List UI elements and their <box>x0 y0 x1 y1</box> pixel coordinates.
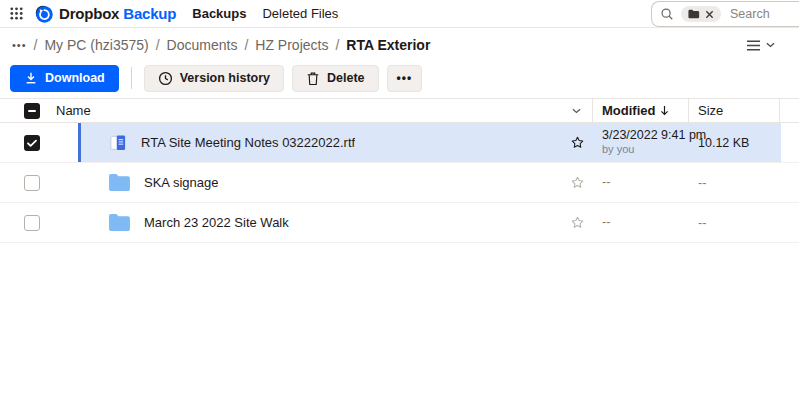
breadcrumb-current: RTA Exterior <box>346 37 430 53</box>
table-row[interactable]: RTA Site Meeting Notes 03222022.rtf 3/23… <box>0 123 799 163</box>
breadcrumb-overflow[interactable]: ••• <box>12 39 27 51</box>
breadcrumb-bar: ••• / My PC (hzi3575) / Documents / HZ P… <box>0 30 799 60</box>
modified-by: by you <box>602 143 689 157</box>
modified-cell: -- <box>593 175 689 191</box>
search-icon <box>660 7 674 21</box>
list-view-icon <box>746 39 761 52</box>
download-label: Download <box>45 71 105 85</box>
star-cell <box>561 134 593 151</box>
name-cell: March 23 2022 Site Walk <box>78 213 561 232</box>
table-header: Name Modified Size <box>0 98 799 123</box>
star-icon[interactable] <box>569 214 586 231</box>
dropbox-backup-logo-icon <box>35 5 53 23</box>
apps-grid-icon[interactable] <box>10 7 23 20</box>
more-actions-button[interactable]: ••• <box>387 65 423 92</box>
table-row[interactable]: SKA signage -- -- <box>0 163 799 203</box>
breadcrumb-separator: / <box>244 37 248 53</box>
star-cell <box>561 214 593 231</box>
size-cell: -- <box>689 176 781 190</box>
modified-date: 3/23/2022 9:41 pm <box>602 128 689 144</box>
breadcrumb-item-documents[interactable]: Documents <box>167 37 238 53</box>
file-table: Name Modified Size <box>0 98 799 243</box>
modified-cell: 3/23/2022 9:41 pm by you <box>593 128 689 157</box>
chevron-down-icon[interactable] <box>560 108 592 114</box>
name-cell: SKA signage <box>78 173 561 192</box>
breadcrumb-separator: / <box>156 37 160 53</box>
select-all-checkbox[interactable] <box>24 103 40 119</box>
search-filter-chip[interactable] <box>681 6 721 22</box>
table-row[interactable]: March 23 2022 Site Walk -- -- <box>0 203 799 243</box>
breadcrumb-item-hz-projects[interactable]: HZ Projects <box>255 37 328 53</box>
clear-filter-icon[interactable] <box>705 10 714 19</box>
size-cell: -- <box>689 216 781 230</box>
dropbox-backup-app: Dropbox Backup Backups Deleted Files <box>0 0 799 412</box>
version-history-button[interactable]: Version history <box>144 65 284 92</box>
nav-backups[interactable]: Backups <box>192 6 246 21</box>
chevron-down-icon <box>766 42 775 48</box>
clock-icon <box>158 71 173 86</box>
folder-icon <box>108 173 131 192</box>
row-checkbox-unchecked[interactable] <box>24 175 40 191</box>
breadcrumb-separator: / <box>34 37 38 53</box>
breadcrumb: ••• / My PC (hzi3575) / Documents / HZ P… <box>12 37 430 53</box>
document-icon <box>108 133 128 153</box>
row-content: March 23 2022 Site Walk -- -- <box>78 203 781 242</box>
top-nav: Backups Deleted Files <box>192 6 338 21</box>
modified-date: -- <box>602 175 689 191</box>
file-name[interactable]: RTA Site Meeting Notes 03222022.rtf <box>141 135 355 150</box>
column-header-size[interactable]: Size <box>688 99 780 122</box>
top-bar: Dropbox Backup Backups Deleted Files <box>0 0 799 28</box>
row-checkbox-checked[interactable] <box>24 135 40 151</box>
row-content: SKA signage -- -- <box>78 163 781 202</box>
column-header-name[interactable]: Name <box>56 103 560 118</box>
modified-date: -- <box>602 215 689 231</box>
folder-name[interactable]: SKA signage <box>144 175 218 190</box>
modified-label: Modified <box>602 103 655 118</box>
breadcrumb-separator: / <box>335 37 339 53</box>
sort-descending-icon <box>660 105 669 116</box>
brand-home-link[interactable]: Dropbox Backup <box>35 5 176 23</box>
folder-icon <box>108 213 131 232</box>
delete-button[interactable]: Delete <box>292 65 379 92</box>
search-box[interactable] <box>651 1 799 27</box>
star-icon[interactable] <box>569 134 586 151</box>
view-switcher[interactable] <box>746 39 775 52</box>
download-button[interactable]: Download <box>10 65 119 92</box>
brand-name: Dropbox <box>59 5 119 22</box>
toolbar-divider <box>131 67 132 89</box>
size-cell: 10.12 KB <box>689 136 781 150</box>
action-toolbar: Download Version history Delete ••• <box>10 63 799 93</box>
star-icon[interactable] <box>569 174 586 191</box>
version-history-label: Version history <box>180 71 270 85</box>
name-cell: RTA Site Meeting Notes 03222022.rtf <box>78 133 561 153</box>
nav-deleted-files[interactable]: Deleted Files <box>262 6 338 21</box>
modified-cell: -- <box>593 215 689 231</box>
trash-icon <box>306 71 320 86</box>
brand-product: Backup <box>123 5 176 22</box>
folder-name[interactable]: March 23 2022 Site Walk <box>144 215 289 230</box>
star-cell <box>561 174 593 191</box>
row-checkbox-unchecked[interactable] <box>24 215 40 231</box>
row-content: RTA Site Meeting Notes 03222022.rtf 3/23… <box>78 123 781 162</box>
download-icon <box>24 71 38 85</box>
column-header-modified[interactable]: Modified <box>592 99 688 122</box>
delete-label: Delete <box>327 71 365 85</box>
breadcrumb-item-my-pc[interactable]: My PC (hzi3575) <box>44 37 148 53</box>
search-input[interactable] <box>730 7 793 21</box>
folder-icon <box>688 9 700 19</box>
